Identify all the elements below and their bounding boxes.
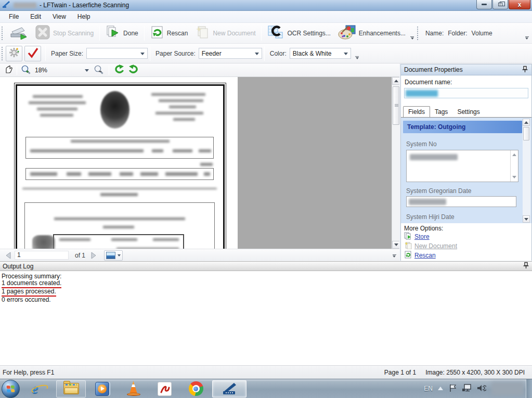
- enhancements-label: Enhancements...: [359, 30, 406, 37]
- preview-vertical-scrollbar[interactable]: [392, 77, 399, 249]
- zoom-out-icon[interactable]: [94, 65, 104, 76]
- tab-fields[interactable]: Fields: [403, 106, 430, 117]
- store-link[interactable]: Store: [414, 233, 430, 240]
- menu-help[interactable]: Help: [72, 11, 96, 22]
- toolbar-overflow-chevron[interactable]: [391, 254, 397, 259]
- paper-size-select[interactable]: [86, 48, 148, 59]
- name-folder-section: Name: Folder: Volume: [421, 30, 492, 37]
- start-scanning-button[interactable]: [6, 24, 32, 42]
- done-label: Done: [123, 30, 138, 37]
- toolbar-overflow-chevron[interactable]: [524, 36, 530, 41]
- next-page-button[interactable]: [89, 252, 97, 259]
- scrollbar-thumb[interactable]: [393, 86, 399, 125]
- scan-settings-button[interactable]: [6, 46, 22, 61]
- toolbar-overflow-chevron[interactable]: [409, 36, 416, 41]
- rotate-left-icon[interactable]: [113, 64, 125, 76]
- status-page-info: Page 1 of 1: [384, 369, 416, 376]
- store-icon: [404, 232, 412, 241]
- preview-background: [238, 77, 392, 249]
- volume-icon[interactable]: [477, 384, 486, 394]
- show-hidden-icons-button[interactable]: [438, 384, 443, 390]
- output-log-header[interactable]: Output Log: [0, 261, 532, 271]
- ocr-settings-label: OCR Settings...: [287, 30, 330, 37]
- toolbar-overflow-chevron[interactable]: [354, 56, 360, 61]
- lftwain-window: - LFTwain - Laserfiche Scanning x File E…: [0, 0, 532, 398]
- window-title: - LFTwain - Laserfiche Scanning: [40, 2, 129, 9]
- taskbar-adobe-reader[interactable]: [150, 380, 179, 397]
- menu-edit[interactable]: Edit: [24, 11, 47, 22]
- tab-settings[interactable]: Settings: [452, 107, 484, 117]
- rotate-right-icon[interactable]: [128, 64, 139, 76]
- start-button[interactable]: [2, 380, 20, 398]
- taskbar-media-player[interactable]: [87, 380, 117, 397]
- rescan-button[interactable]: Rescan: [147, 24, 192, 42]
- scroll-down-button[interactable]: [392, 241, 399, 249]
- taskbar-lftwain[interactable]: [212, 380, 246, 397]
- scroll-up-button[interactable]: [523, 119, 530, 126]
- close-button[interactable]: x: [509, 0, 530, 9]
- toolbar-grip[interactable]: [417, 27, 420, 40]
- redacted-document-title: [14, 3, 36, 8]
- network-icon[interactable]: [462, 383, 472, 394]
- store-option[interactable]: Store: [404, 232, 528, 241]
- menu-view[interactable]: View: [47, 11, 72, 22]
- output-log-content[interactable]: Processing summary: 1 documents created.…: [0, 271, 532, 365]
- new-document-button: New Document: [191, 24, 259, 42]
- folder-label: Folder:: [448, 30, 467, 37]
- document-preview[interactable]: [0, 77, 399, 249]
- taskbar-windows-explorer[interactable]: [56, 380, 86, 397]
- language-indicator[interactable]: EN: [424, 385, 433, 392]
- page-number-input[interactable]: 1: [15, 251, 69, 260]
- system-gregorian-date-input[interactable]: [406, 196, 516, 207]
- taskbar-internet-explorer[interactable]: e: [25, 380, 55, 397]
- system-no-input[interactable]: [406, 150, 518, 182]
- minimize-button[interactable]: [476, 0, 492, 9]
- enhancements-button[interactable]: Enhancements...: [334, 24, 409, 42]
- show-desktop-button[interactable]: [526, 379, 532, 398]
- restore-button[interactable]: [492, 0, 508, 9]
- redacted-gregorian-date: [409, 199, 446, 205]
- arrow-down-icon: [524, 218, 528, 223]
- done-icon: [106, 25, 120, 41]
- scan-options-toolbar: Paper Size: Paper Source: Feeder Color: …: [0, 44, 532, 63]
- arrow-up-icon: [394, 78, 398, 82]
- status-image-info: Image: 2550 x 4200, 300 X 300 DPI: [425, 369, 525, 376]
- new-document-label: New Document: [213, 30, 255, 37]
- scrollbar-thumb[interactable]: [523, 127, 529, 140]
- rescan-option[interactable]: Rescan: [404, 251, 528, 260]
- tab-tags[interactable]: Tags: [430, 107, 452, 117]
- color-select[interactable]: Black & White: [290, 48, 351, 59]
- pin-icon[interactable]: [522, 66, 528, 74]
- taskbar-chrome[interactable]: [181, 380, 211, 397]
- done-button[interactable]: Done: [102, 24, 142, 42]
- rescan-link[interactable]: Rescan: [414, 252, 436, 259]
- pin-icon[interactable]: [523, 262, 529, 271]
- toolbar-grip[interactable]: [2, 27, 4, 40]
- action-center-flag-icon[interactable]: [448, 383, 457, 394]
- arrow-up-icon: [512, 151, 516, 156]
- taskbar-vlc[interactable]: [119, 380, 148, 397]
- view-mode-button[interactable]: [104, 250, 123, 261]
- ocr-settings-button[interactable]: OCR Settings...: [264, 24, 334, 42]
- previous-page-button[interactable]: [5, 252, 12, 259]
- toolbar-grip[interactable]: [2, 47, 4, 60]
- page-total-label: of 1: [75, 252, 85, 259]
- title-bar[interactable]: - LFTwain - Laserfiche Scanning x: [0, 0, 532, 11]
- document-properties-header[interactable]: Document Properties: [401, 65, 531, 75]
- palette-icon: [338, 25, 356, 41]
- status-help-text: For Help, press F1: [0, 369, 54, 376]
- field-scrollbar[interactable]: [510, 150, 518, 182]
- pan-hand-icon[interactable]: [4, 65, 13, 75]
- template-header: Template: Outgoing: [403, 121, 522, 133]
- paper-source-select[interactable]: Feeder: [199, 48, 262, 59]
- scroll-down-button[interactable]: [523, 215, 530, 223]
- scroll-up-button[interactable]: [392, 77, 399, 85]
- fields-vertical-scrollbar[interactable]: [523, 119, 530, 223]
- internet-explorer-icon: e: [32, 381, 48, 396]
- menu-file[interactable]: File: [3, 11, 24, 22]
- color-label: Color:: [270, 50, 287, 57]
- zoom-level-select[interactable]: 18%: [33, 65, 91, 75]
- zoom-in-icon[interactable]: [21, 65, 31, 76]
- apply-check-button[interactable]: [24, 46, 41, 61]
- document-name-input[interactable]: [404, 88, 528, 98]
